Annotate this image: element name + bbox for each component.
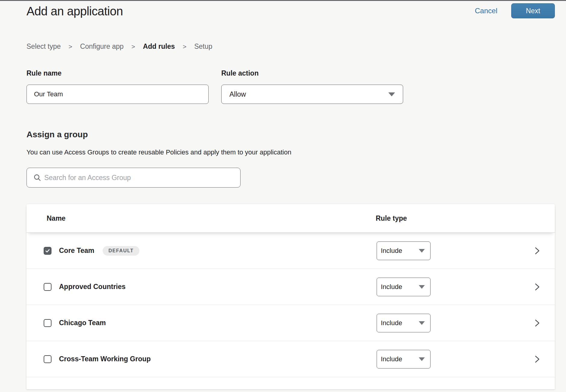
breadcrumb-step[interactable]: Setup: [194, 42, 212, 51]
row-name-cell: Core Team DEFAULT: [59, 246, 377, 256]
rule-form: Rule name Rule action Allow: [26, 69, 555, 104]
chevron-right-icon[interactable]: [533, 354, 541, 364]
rule-type-select[interactable]: Include: [377, 350, 431, 369]
breadcrumb: Select type>Configure app>Add rules>Setu…: [26, 42, 555, 51]
breadcrumb-step[interactable]: Add rules: [143, 42, 175, 51]
table-body: Core Team DEFAULT Include Approved Count…: [26, 233, 555, 377]
table-row: Core Team DEFAULT Include: [26, 233, 555, 269]
chevron-down-icon: [419, 249, 425, 253]
cancel-button[interactable]: Cancel: [475, 7, 497, 15]
header-actions: Cancel Next: [475, 3, 555, 18]
table-row: Chicago Team Include: [26, 305, 555, 341]
rule-type-select[interactable]: Include: [377, 278, 431, 296]
page-title: Add an application: [26, 3, 123, 18]
assign-group-description: You can use Access Groups to create reus…: [26, 148, 555, 156]
rule-type-value: Include: [381, 319, 402, 327]
chevron-down-icon: [419, 321, 425, 325]
chevron-down-icon: [419, 285, 425, 289]
rule-action-field-group: Rule action Allow: [221, 69, 403, 104]
table-header-row: Name Rule type: [26, 204, 555, 233]
column-header-name: Name: [47, 214, 376, 222]
chevron-down-icon: [419, 357, 425, 361]
main-content: Add an application Cancel Next Select ty…: [26, 1, 555, 389]
column-header-rule-type: Rule type: [376, 214, 407, 222]
row-checkbox[interactable]: [44, 247, 51, 255]
rule-type-value: Include: [381, 355, 402, 363]
access-group-search[interactable]: [26, 168, 241, 188]
group-name: Cross-Team Working Group: [59, 355, 151, 363]
rule-type-select[interactable]: Include: [377, 314, 431, 332]
breadcrumb-separator: >: [183, 43, 186, 50]
row-checkbox[interactable]: [44, 355, 51, 363]
rule-action-label: Rule action: [221, 69, 403, 77]
search-icon: [33, 174, 41, 182]
table-row-partial: [26, 377, 555, 389]
chevron-down-icon: [388, 92, 395, 96]
rule-name-label: Rule name: [26, 69, 209, 77]
rule-type-select[interactable]: Include: [377, 241, 431, 260]
row-checkbox[interactable]: [44, 319, 51, 327]
chevron-right-icon[interactable]: [533, 246, 541, 256]
table-row: Approved Countries Include: [26, 269, 555, 305]
page-header: Add an application Cancel Next: [26, 1, 555, 18]
default-badge: DEFAULT: [103, 246, 139, 256]
breadcrumb-step[interactable]: Select type: [26, 42, 61, 51]
row-checkbox[interactable]: [44, 283, 51, 291]
row-name-cell: Chicago Team: [59, 319, 377, 327]
next-button[interactable]: Next: [511, 3, 555, 18]
group-name: Approved Countries: [59, 283, 126, 291]
rule-type-value: Include: [381, 247, 402, 255]
rule-action-select[interactable]: Allow: [221, 85, 403, 104]
chevron-right-icon[interactable]: [533, 318, 541, 328]
checkmark-icon: [45, 248, 50, 254]
rule-action-value: Allow: [229, 90, 246, 98]
breadcrumb-separator: >: [69, 43, 72, 50]
chevron-right-icon[interactable]: [533, 282, 541, 292]
search-input[interactable]: [44, 168, 235, 187]
rule-type-value: Include: [381, 283, 402, 291]
breadcrumb-separator: >: [132, 43, 135, 50]
breadcrumb-step[interactable]: Configure app: [80, 42, 124, 51]
group-name: Core Team: [59, 247, 94, 255]
table-row: Cross-Team Working Group Include: [26, 341, 555, 377]
row-name-cell: Cross-Team Working Group: [59, 355, 377, 363]
assign-group-heading: Assign a group: [26, 130, 555, 139]
group-name: Chicago Team: [59, 319, 106, 327]
rule-name-field-group: Rule name: [26, 69, 209, 104]
rule-name-input[interactable]: [26, 85, 209, 104]
access-groups-table: Name Rule type Core Team DEFAULT Include: [26, 204, 555, 389]
row-name-cell: Approved Countries: [59, 283, 377, 291]
